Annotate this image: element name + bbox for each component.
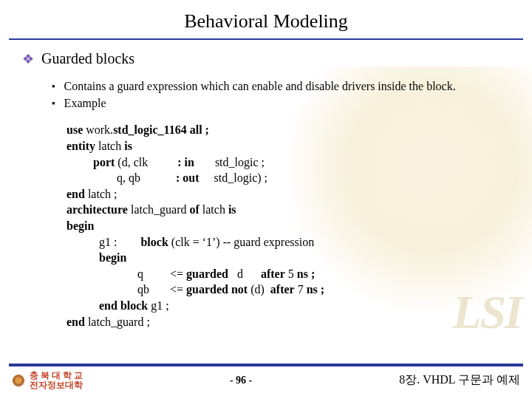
university-badge: 충 북 대 학 교 전자정보대학 [12,371,83,389]
chapter-label: 8장. VHDL 구문과 예제 [399,372,520,388]
square-bullet-icon: ▪ [52,97,55,112]
university-logo-icon [12,374,25,387]
page-number: - 96 - [230,375,252,386]
content-area: ❖ Guarded blocks ▪ Contains a guard expr… [0,40,532,330]
bullet-text: Contains a guard expression which can en… [64,78,456,95]
bullet-list: ▪ Contains a guard expression which can … [52,78,513,112]
section-title: Guarded blocks [41,50,134,67]
list-item: ▪ Example [52,95,513,112]
university-name-1: 충 북 대 학 교 [30,371,83,381]
page-title: Behavioral Modeling [0,0,532,38]
university-name-2: 전자정보대학 [30,381,83,390]
list-item: ▪ Contains a guard expression which can … [52,78,513,95]
footer: 충 북 대 학 교 전자정보대학 - 96 - 8장. VHDL 구문과 예제 [0,364,532,399]
diamond-bullet-icon: ❖ [22,51,34,67]
code-example: use work.std_logic_1164 all ; entity lat… [66,122,513,330]
bullet-text: Example [64,95,106,112]
section-heading: ❖ Guarded blocks [22,50,513,67]
footer-divider [9,364,523,366]
square-bullet-icon: ▪ [52,80,55,95]
